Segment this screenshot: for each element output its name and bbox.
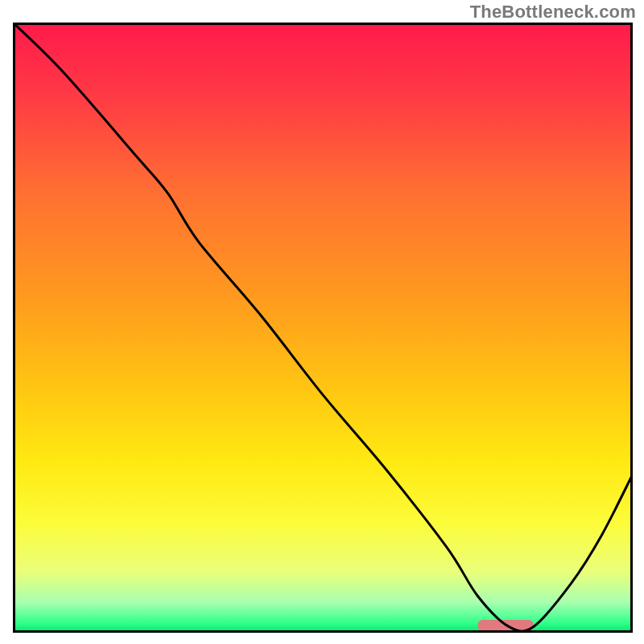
- plot-frame: [13, 23, 633, 633]
- chart-container: TheBottleneck.com: [0, 0, 644, 644]
- chart-svg: [13, 23, 633, 633]
- gradient-background: [13, 23, 633, 633]
- watermark-text: TheBottleneck.com: [470, 2, 636, 23]
